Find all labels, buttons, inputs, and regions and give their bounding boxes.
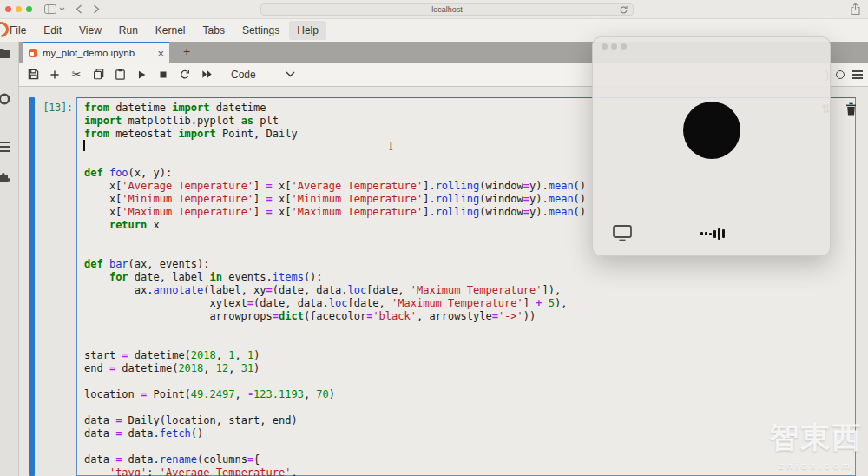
save-icon[interactable] xyxy=(26,68,40,82)
chevron-down-icon[interactable] xyxy=(284,68,298,82)
menu-kernel[interactable]: Kernel xyxy=(148,21,194,40)
code-line: def bar(ax, events): xyxy=(84,258,848,271)
new-tab-button[interactable]: + xyxy=(177,43,196,59)
code-line: data = data.fetch() xyxy=(84,427,848,440)
code-line: 'tavg': 'Average Temperature', xyxy=(84,466,848,476)
table-of-contents-icon[interactable] xyxy=(0,140,10,155)
run-all-icon[interactable] xyxy=(200,68,214,82)
code-line: start = datetime(2018, 1, 1) xyxy=(84,349,848,362)
sidebar-toggle-icon[interactable] xyxy=(44,4,56,14)
insert-cell-icon[interactable] xyxy=(48,68,62,82)
code-line xyxy=(84,375,848,388)
tab-label: my_plot_demo.ipynb xyxy=(43,48,154,58)
kernel-status-icon[interactable] xyxy=(836,70,845,79)
ibeam-cursor: I xyxy=(389,140,393,154)
code-line: xytext=(date, data.loc[date, 'Maximum Te… xyxy=(84,297,848,310)
share-icon[interactable] xyxy=(850,3,861,16)
copy-icon[interactable] xyxy=(91,68,105,82)
menu-tabs[interactable]: Tabs xyxy=(195,21,233,40)
address-bar[interactable]: localhost xyxy=(260,3,634,16)
chevron-down-icon[interactable] xyxy=(59,7,65,11)
code-line: for date, label in events.items(): xyxy=(84,271,848,284)
stop-icon[interactable] xyxy=(156,68,170,82)
code-line xyxy=(84,401,848,414)
screen: localhost File Edit View Run Kernel Tabs… xyxy=(0,0,868,476)
back-icon[interactable] xyxy=(76,4,82,14)
audio-level-icon xyxy=(700,227,727,241)
menu-edit[interactable]: Edit xyxy=(36,21,69,40)
browser-titlebar: localhost xyxy=(0,0,868,19)
cell-prompt: [13]: xyxy=(35,102,73,114)
cell-collapser[interactable] xyxy=(29,97,35,476)
display-icon[interactable] xyxy=(613,225,632,245)
notebook-file-icon xyxy=(29,49,37,57)
reload-icon[interactable] xyxy=(619,5,628,15)
code-line xyxy=(84,323,848,336)
menu-run[interactable]: Run xyxy=(111,21,146,40)
code-line: ax.annotate(label, xy=(date, data.loc[da… xyxy=(84,284,848,297)
code-line xyxy=(84,336,848,349)
menu-settings[interactable]: Settings xyxy=(234,21,287,40)
window-zoom-icon[interactable] xyxy=(26,6,32,12)
camera-lens-circle xyxy=(683,102,740,159)
camera-overlay-window[interactable] xyxy=(592,36,831,256)
code-line: data = data.rename(columns={ xyxy=(84,453,848,466)
cut-icon[interactable]: ✂ xyxy=(69,68,83,82)
code-line: end = datetime(2018, 12, 31) xyxy=(84,362,848,375)
overlay-window-controls xyxy=(602,43,627,50)
code-line: location = Point(49.2497, -123.1193, 70) xyxy=(84,388,848,401)
file-browser-icon[interactable] xyxy=(0,47,11,63)
activity-bar xyxy=(0,42,19,476)
tab-my-plot-demo[interactable]: my_plot_demo.ipynb × xyxy=(23,42,169,63)
extensions-icon[interactable] xyxy=(0,170,11,188)
running-kernels-icon[interactable] xyxy=(0,92,11,109)
window-close-icon[interactable] xyxy=(5,6,11,12)
tab-close-icon[interactable]: × xyxy=(157,47,164,60)
toolbar-menu-icon[interactable] xyxy=(852,70,863,79)
text-caret xyxy=(83,140,85,151)
code-line xyxy=(84,440,848,453)
window-minimize-icon[interactable] xyxy=(16,6,22,12)
cell-type-dropdown[interactable]: Code xyxy=(231,69,256,81)
restart-kernel-icon[interactable] xyxy=(178,68,192,82)
forward-icon[interactable] xyxy=(93,4,100,14)
run-icon[interactable] xyxy=(135,68,148,82)
paste-icon[interactable] xyxy=(113,68,127,82)
code-line: data = Daily(location, start, end) xyxy=(84,414,848,427)
code-line: arrowprops=dict(facecolor='black', arrow… xyxy=(84,310,848,323)
menu-help[interactable]: Help xyxy=(289,21,326,40)
delete-cell-icon[interactable] xyxy=(845,102,857,119)
url-text: localhost xyxy=(431,5,463,14)
menu-view[interactable]: View xyxy=(71,21,109,40)
